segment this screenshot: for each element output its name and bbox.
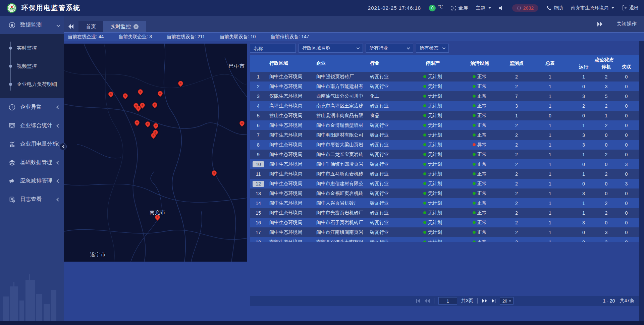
cell-monitor: 3 — [501, 103, 532, 109]
table-row[interactable]: 16阆中生态环境局阆中市石子页岩机砖厂砖瓦行业无计划正常21300 — [250, 218, 639, 227]
header-stop-production: 停限产 — [408, 55, 458, 72]
cell-monitor: 2 — [501, 220, 532, 225]
sidebar-item-基础数据管理[interactable]: 基础数据管理 — [0, 153, 64, 172]
cell-company: 阆中千佛镇五郎垭页岩 — [314, 161, 367, 167]
table-row[interactable]: 14阆中生态环境局阆中大兴页岩机砖厂砖瓦行业无计划正常21120 — [250, 198, 639, 208]
cell-stop-production: 无计划 — [408, 200, 458, 206]
status-dot — [473, 95, 476, 98]
cell-industry: 砖瓦行业 — [367, 181, 408, 187]
map-collapse-button[interactable] — [59, 143, 67, 150]
sidebar-item-日志查看[interactable]: 日志查看 — [0, 190, 64, 209]
help-button[interactable]: 帮助 — [546, 5, 563, 11]
page-number-input[interactable] — [438, 297, 457, 305]
table-row[interactable]: 2阆中生态环境局阆中市南方节能建材有砖瓦行业无计划正常21030 — [250, 82, 639, 91]
tab-首页[interactable]: 首页 — [78, 21, 103, 32]
previous-page-button[interactable] — [425, 299, 430, 303]
cell-halt: 1 — [599, 113, 614, 118]
cell-halt: 2 — [599, 103, 614, 109]
mute-button[interactable] — [499, 6, 504, 10]
cell-total: 1 — [532, 171, 569, 177]
status-dot — [423, 133, 426, 137]
table-row[interactable]: 10阆中生态环境局阆中千佛镇五郎垭页岩砖瓦行业无计划正常21003 — [250, 159, 639, 169]
cell-lost: 0 — [614, 239, 639, 242]
next-page-button[interactable] — [482, 299, 487, 303]
map-panel[interactable]: 巴中市南充市遂宁市 — [64, 44, 247, 262]
status-summary-bar: 当前在线企业: 44当前失联企业: 3当前在线设备: 211当前失联设备: 10… — [64, 32, 644, 41]
notification-count: 2632 — [523, 5, 534, 11]
fullscreen-button[interactable]: 全屏 — [451, 5, 468, 11]
cell-index: 13 — [250, 191, 267, 196]
cell-halt: 2 — [599, 171, 614, 177]
close-operations-button[interactable]: 关闭操作 — [616, 21, 637, 27]
name-search-input-wrap — [250, 44, 296, 53]
cell-run: 1 — [569, 152, 599, 157]
sidebar-item-应急减排管理[interactable]: 应急减排管理 — [0, 172, 64, 190]
table-row[interactable]: 12阆中生态环境局阆中市忠信建材有限公砖瓦行业无计划正常21003 — [250, 179, 639, 188]
notification-button[interactable]: 2632 — [512, 4, 538, 12]
table-row[interactable]: 18南部生态环境局南部县双佛为土陶有限砖瓦行业无计划正常21030 — [250, 237, 639, 242]
cell-company: 阆中市二龙长宝页岩砖 — [314, 152, 367, 158]
cell-index: 1 — [250, 74, 267, 79]
pagination-bar: 共3页 20 1 - 20 共4 — [250, 296, 639, 306]
cell-halt: 0 — [599, 132, 614, 138]
cell-index: 4 — [250, 103, 267, 109]
name-search-input[interactable] — [254, 46, 292, 51]
divider — [434, 298, 434, 304]
table-row[interactable]: 4高坪生态环境局南充市高坪区王家店建砖瓦行业无计划正常31220 — [250, 101, 639, 111]
theme-dropdown[interactable]: 主题 — [476, 5, 491, 11]
cell-lost: 0 — [614, 171, 639, 177]
table-row[interactable]: 8阆中生态环境局阆中市枣碧大梁山页岩砖瓦行业无计划异常21300 — [250, 140, 639, 150]
sidebar-item-企业用电量分析[interactable]: 企业用电量分析 — [0, 135, 64, 153]
table-row[interactable]: 15阆中生态环境局阆中市光富页岩机砖厂砖瓦行业无计划正常21120 — [250, 208, 639, 218]
status-dot — [473, 182, 476, 185]
last-page-button[interactable] — [491, 299, 496, 303]
cell-run: 1 — [569, 210, 599, 216]
stat-当前在线设备: 当前在线设备: 211 — [167, 34, 205, 40]
cell-company: 南充市高坪区王家店建 — [314, 103, 367, 109]
tabs-scroll-right-button[interactable] — [592, 18, 607, 30]
sidebar-submenu: 实时监控视频监控企业电力负荷明细 — [0, 34, 64, 98]
status-dot — [423, 163, 426, 166]
sidebar-item-企业综合统计[interactable]: 企业综合统计 — [0, 116, 64, 135]
sidebar-subitem-视频监控[interactable]: 视频监控 — [0, 57, 64, 75]
cell-pollution-facility: 正常 — [458, 220, 501, 226]
cell-halt: 5 — [599, 94, 614, 99]
logout-button[interactable]: 退出 — [622, 5, 639, 11]
region-select[interactable]: 行政区域名称 — [299, 44, 363, 53]
status-select[interactable]: 所有状态 — [416, 44, 449, 53]
cell-run: 0 — [569, 181, 599, 186]
cell-region: 阆中生态环境局 — [267, 142, 314, 148]
table-row[interactable]: 6阆中生态环境局阆中市金博瑞新型墙材砖瓦行业无计划正常21120 — [250, 120, 639, 130]
first-page-button[interactable] — [416, 299, 421, 303]
sidebar-subitem-企业电力负荷明细[interactable]: 企业电力负荷明细 — [0, 75, 64, 93]
table-row[interactable]: 9阆中生态环境局阆中市二龙长宝页岩砖砖瓦行业无计划正常21120 — [250, 150, 639, 159]
sidebar-item-企业异常[interactable]: 企业异常 — [0, 98, 64, 116]
industry-select[interactable]: 所有行业 — [366, 44, 413, 53]
table-row[interactable]: 1阆中生态环境局阆中强锐页岩砖厂砖瓦行业无计划正常21120 — [250, 72, 639, 82]
tab-close-icon[interactable]: × — [133, 24, 139, 29]
table-row[interactable]: 17阆中生态环境局阆中市江南镇阆南页岩砖瓦行业无计划正常21030 — [250, 227, 639, 237]
cell-index: 18 — [250, 239, 267, 242]
table-row[interactable]: 11阆中生态环境局阆中市五马桥页岩机砖砖瓦行业无计划正常21120 — [250, 169, 639, 179]
table-row[interactable]: 7阆中生态环境局阆中明阳建材有限公司砖瓦行业无计划正常21300 — [250, 130, 639, 140]
table-row[interactable]: 5营山生态环境局营山县润丰肉食品有限食品无计划正常10010 — [250, 111, 639, 120]
tab-实时监控[interactable]: 实时监控× — [103, 21, 146, 32]
cell-lost: 0 — [614, 152, 639, 157]
sidebar-item-数据监测[interactable]: 数据监测 — [0, 16, 64, 34]
page-size-select[interactable]: 20 — [500, 297, 514, 305]
map-roads-layer — [64, 44, 247, 262]
cell-stop-production: 无计划 — [408, 229, 458, 235]
table-row[interactable]: 13阆中生态环境局阆中市金福旺页岩机砖砖瓦行业无计划正常21300 — [250, 188, 639, 198]
cell-company: 营山县润丰肉食品有限 — [314, 113, 367, 119]
cell-run: 0 — [569, 113, 599, 118]
cell-stop-production: 无计划 — [408, 113, 458, 119]
cell-region: 阆中生态环境局 — [267, 181, 314, 187]
status-dot — [473, 85, 476, 88]
cell-pollution-facility: 正常 — [458, 200, 501, 206]
sidebar-subitem-实时监控[interactable]: 实时监控 — [0, 39, 64, 57]
table-row[interactable]: 3仪陇生态环境局西南油气田分公司川中化工无计划正常71350 — [250, 91, 639, 101]
tabs-scroll-left-button[interactable] — [64, 21, 78, 32]
chevron-down-icon — [407, 46, 410, 49]
org-dropdown[interactable]: 南充市生态环境局 — [571, 5, 614, 11]
cell-company: 阆中强锐页岩砖厂 — [314, 74, 367, 80]
